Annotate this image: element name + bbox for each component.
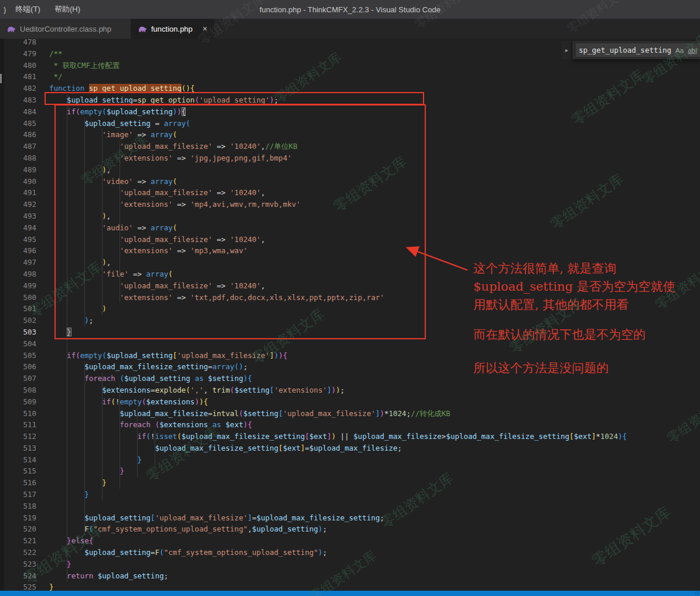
code-line[interactable]: 485 $upload_setting = array( — [4, 118, 700, 130]
code-line[interactable]: 480 * 获取CMF上传配置 — [4, 60, 700, 71]
line-number: 514 — [4, 454, 36, 466]
code-text: foreach ($upload_setting as $setting){ — [36, 373, 252, 384]
annotation-text: 这个方法很简单, 就是查询$upload_setting 是否为空为空就使用默认… — [473, 260, 675, 314]
tab-close-icon[interactable]: × — [203, 25, 207, 33]
line-number: 508 — [4, 384, 36, 396]
code-line[interactable]: 509 if(!empty($extensions)){ — [4, 396, 700, 408]
code-line[interactable]: 508 $extensions=explode(',', trim($setti… — [4, 384, 700, 396]
code-text: if(!empty($extensions)){ — [36, 396, 208, 408]
code-line[interactable]: 493 ), — [4, 210, 700, 222]
menu-item[interactable]: 帮助(H) — [47, 4, 87, 15]
whole-word-icon[interactable]: ab| — [688, 47, 697, 54]
php-elephant-icon — [138, 25, 147, 33]
code-line[interactable]: 512 if(!isset($upload_max_filesize_setti… — [4, 431, 700, 442]
code-line[interactable]: 492 'extensions' => 'mp4,avi,wmv,rm,rmvb… — [4, 199, 700, 210]
code-text: if(empty($upload_setting)){ — [36, 106, 186, 118]
code-line[interactable]: 521 }else{ — [4, 535, 700, 547]
find-query-text[interactable]: sp_get_upload_setting — [579, 46, 671, 55]
code-line[interactable]: 496 'extensions' => 'mp3,wma,wav' — [4, 245, 700, 257]
code-line[interactable]: 481 */ — [4, 71, 700, 83]
line-number: 501 — [4, 303, 36, 315]
code-text: } — [36, 558, 71, 570]
line-number: 518 — [4, 500, 36, 512]
line-number: 521 — [4, 535, 36, 547]
code-line[interactable]: 524 return $upload_setting; — [4, 570, 700, 582]
code-line[interactable]: 517 } — [4, 489, 700, 500]
line-number: 507 — [4, 373, 36, 384]
code-text: foreach ($extensions as $ext){ — [36, 419, 252, 431]
line-number: 491 — [4, 187, 36, 199]
code-line[interactable]: 514 } — [4, 454, 700, 466]
line-number: 499 — [4, 280, 36, 292]
code-line[interactable]: 495 'upload_max_filesize' => '10240', — [4, 234, 700, 246]
code-line[interactable]: 523 } — [4, 558, 700, 570]
status-bar[interactable] — [0, 591, 700, 596]
code-line[interactable]: 518 — [4, 500, 700, 512]
resize-grip-icon[interactable] — [695, 591, 699, 595]
code-line[interactable]: 510 $upload_max_filesize=intval($setting… — [4, 408, 700, 420]
code-line[interactable]: 511 foreach ($extensions as $ext){ — [4, 419, 700, 431]
code-text: function sp_get_upload_setting(){ — [36, 83, 194, 94]
menu-item[interactable]: ) — [1, 5, 8, 14]
code-text: return $upload_setting; — [36, 570, 168, 582]
line-number: 490 — [4, 176, 36, 188]
line-number: 498 — [4, 268, 36, 280]
code-text: ), — [36, 210, 111, 222]
code-line[interactable]: 487 'upload_max_filesize' => '10240',//单… — [4, 141, 700, 152]
code-line[interactable]: 494 'audio' => array( — [4, 222, 700, 234]
code-text: 'upload_max_filesize' => '10240',//单位KB — [36, 141, 298, 152]
code-line[interactable]: 516 } — [4, 477, 700, 489]
code-line[interactable]: 488 'extensions' => 'jpg,jpeg,png,gif,bm… — [4, 152, 700, 164]
code-text: 'extensions' => 'mp4,avi,wmv,rm,rmvb,mkv… — [36, 199, 301, 210]
line-number: 482 — [4, 83, 36, 94]
code-text: $upload_setting=F("cmf_system_options_up… — [36, 547, 327, 558]
line-number: 485 — [4, 118, 36, 130]
line-number: 516 — [4, 477, 36, 489]
code-text: $upload_setting=sp_get_option('upload_se… — [36, 94, 278, 106]
tab-ueditorcontroller[interactable]: UeditorController.class.php — [0, 19, 131, 39]
line-number: 517 — [4, 489, 36, 500]
window-title: function.php - ThinkCMFX_2.2.3 - Visual … — [0, 5, 700, 14]
line-number: 483 — [4, 94, 36, 106]
code-line[interactable]: 482function sp_get_upload_setting(){ — [4, 83, 700, 94]
find-widget: ▸ sp_get_upload_setting Aa ab| — [562, 41, 700, 59]
find-expand-chevron-icon[interactable]: ▸ — [562, 41, 572, 59]
code-text: } — [36, 477, 107, 489]
menu-item[interactable]: 终端(T) — [8, 4, 47, 15]
line-number: 493 — [4, 210, 36, 222]
code-line[interactable]: 519 $upload_setting['upload_max_filesize… — [4, 512, 700, 524]
code-line[interactable]: 486 'image' => array( — [4, 129, 700, 141]
line-number: 480 — [4, 60, 36, 71]
code-line[interactable]: 513 $upload_max_filesize_setting[$ext]=$… — [4, 442, 700, 454]
code-text: 'image' => array( — [36, 129, 177, 141]
tab-function-php[interactable]: function.php × — [131, 19, 214, 39]
line-number: 524 — [4, 570, 36, 582]
code-line[interactable]: 522 $upload_setting=F("cmf_system_option… — [4, 547, 700, 558]
line-number: 500 — [4, 292, 36, 304]
find-input[interactable]: sp_get_upload_setting Aa ab| — [576, 43, 700, 57]
code-text: 'file' => array( — [36, 268, 173, 280]
activity-bar-marker — [0, 74, 2, 83]
match-case-icon[interactable]: Aa — [675, 47, 684, 54]
code-line[interactable]: 489 ), — [4, 164, 700, 176]
code-line[interactable]: 491 'upload_max_filesize' => '10240', — [4, 187, 700, 199]
code-line[interactable]: 502 ); — [4, 315, 700, 326]
line-number: 486 — [4, 129, 36, 141]
code-line[interactable]: 483 $upload_setting=sp_get_option('uploa… — [4, 94, 700, 106]
php-elephant-icon — [7, 25, 16, 33]
code-line[interactable]: 490 'video' => array( — [4, 176, 700, 188]
code-text: } — [36, 465, 124, 477]
line-number: 497 — [4, 257, 36, 268]
code-line[interactable]: 484 if(empty($upload_setting)){ — [4, 106, 700, 118]
line-number: 512 — [4, 431, 36, 442]
line-number: 505 — [4, 350, 36, 362]
code-text: 'video' => array( — [36, 176, 177, 188]
code-area[interactable]: 478479/**480 * 获取CMF上传配置481 */482functio… — [4, 36, 700, 593]
menu-bar[interactable]: )终端(T)帮助(H) — [0, 4, 87, 15]
code-text: $upload_max_filesize=intval($setting['up… — [36, 408, 450, 420]
line-number: 481 — [4, 71, 36, 83]
code-line[interactable]: 520 F("cmf_system_options_upload_setting… — [4, 523, 700, 535]
code-text: }else{ — [36, 535, 93, 547]
code-line[interactable]: 515 } — [4, 465, 700, 477]
code-text — [36, 36, 49, 48]
